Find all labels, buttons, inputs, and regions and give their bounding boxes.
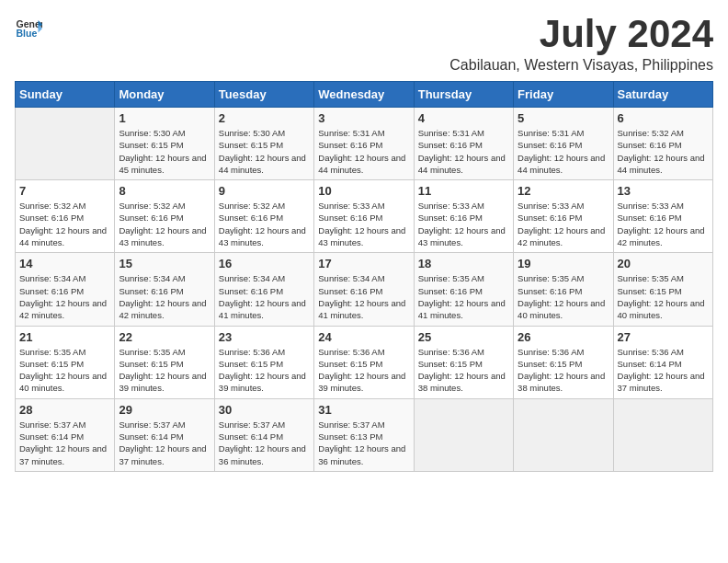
weekday-header: Saturday bbox=[613, 82, 712, 108]
calendar-cell: 18Sunrise: 5:35 AMSunset: 6:16 PMDayligh… bbox=[414, 253, 513, 326]
calendar-cell: 24Sunrise: 5:36 AMSunset: 6:15 PMDayligh… bbox=[314, 326, 414, 398]
day-info: Sunrise: 5:34 AMSunset: 6:16 PMDaylight:… bbox=[119, 272, 210, 321]
day-info: Sunrise: 5:31 AMSunset: 6:16 PMDaylight:… bbox=[418, 127, 509, 176]
calendar-cell bbox=[16, 108, 115, 180]
calendar-cell: 9Sunrise: 5:32 AMSunset: 6:16 PMDaylight… bbox=[214, 180, 313, 253]
day-info: Sunrise: 5:32 AMSunset: 6:16 PMDaylight:… bbox=[219, 200, 310, 248]
day-info: Sunrise: 5:36 AMSunset: 6:14 PMDaylight:… bbox=[618, 346, 709, 395]
day-info: Sunrise: 5:37 AMSunset: 6:14 PMDaylight:… bbox=[219, 419, 310, 467]
day-number: 21 bbox=[19, 330, 110, 344]
day-number: 7 bbox=[19, 184, 110, 198]
day-number: 30 bbox=[219, 403, 310, 417]
day-number: 16 bbox=[219, 257, 310, 270]
calendar-cell: 25Sunrise: 5:36 AMSunset: 6:15 PMDayligh… bbox=[414, 326, 513, 398]
weekday-header: Tuesday bbox=[214, 82, 313, 108]
svg-text:Blue: Blue bbox=[17, 28, 38, 39]
day-info: Sunrise: 5:35 AMSunset: 6:16 PMDaylight:… bbox=[418, 272, 509, 321]
day-number: 9 bbox=[219, 184, 310, 198]
logo-icon: General Blue bbox=[15, 15, 42, 42]
day-number: 19 bbox=[518, 257, 609, 270]
day-number: 11 bbox=[418, 184, 509, 198]
day-info: Sunrise: 5:35 AMSunset: 6:15 PMDaylight:… bbox=[19, 346, 110, 395]
day-number: 10 bbox=[318, 184, 409, 198]
calendar-cell: 17Sunrise: 5:34 AMSunset: 6:16 PMDayligh… bbox=[314, 253, 414, 326]
day-info: Sunrise: 5:36 AMSunset: 6:15 PMDaylight:… bbox=[518, 346, 609, 395]
calendar-cell: 15Sunrise: 5:34 AMSunset: 6:16 PMDayligh… bbox=[115, 253, 214, 326]
day-number: 2 bbox=[219, 111, 310, 125]
location-title: Cabilauan, Western Visayas, Philippines bbox=[449, 57, 713, 74]
calendar-week-row: 21Sunrise: 5:35 AMSunset: 6:15 PMDayligh… bbox=[16, 326, 713, 398]
day-number: 28 bbox=[19, 403, 110, 417]
day-info: Sunrise: 5:34 AMSunset: 6:16 PMDaylight:… bbox=[219, 272, 310, 321]
calendar-cell bbox=[514, 398, 613, 471]
day-info: Sunrise: 5:34 AMSunset: 6:16 PMDaylight:… bbox=[19, 272, 110, 321]
day-info: Sunrise: 5:31 AMSunset: 6:16 PMDaylight:… bbox=[318, 127, 409, 176]
calendar-cell: 10Sunrise: 5:33 AMSunset: 6:16 PMDayligh… bbox=[314, 180, 414, 253]
weekday-header: Sunday bbox=[16, 82, 115, 108]
calendar-week-row: 7Sunrise: 5:32 AMSunset: 6:16 PMDaylight… bbox=[16, 180, 713, 253]
month-title: July 2024 bbox=[449, 15, 713, 53]
calendar-cell: 11Sunrise: 5:33 AMSunset: 6:16 PMDayligh… bbox=[414, 180, 513, 253]
header: General Blue July 2024 Cabilauan, Wester… bbox=[15, 15, 713, 74]
day-info: Sunrise: 5:37 AMSunset: 6:14 PMDaylight:… bbox=[19, 419, 110, 467]
day-number: 3 bbox=[318, 111, 409, 125]
calendar-cell: 1Sunrise: 5:30 AMSunset: 6:15 PMDaylight… bbox=[115, 108, 214, 180]
calendar-cell: 27Sunrise: 5:36 AMSunset: 6:14 PMDayligh… bbox=[613, 326, 712, 398]
day-number: 1 bbox=[119, 111, 210, 125]
day-info: Sunrise: 5:30 AMSunset: 6:15 PMDaylight:… bbox=[219, 127, 310, 176]
day-info: Sunrise: 5:36 AMSunset: 6:15 PMDaylight:… bbox=[418, 346, 509, 395]
calendar-cell: 16Sunrise: 5:34 AMSunset: 6:16 PMDayligh… bbox=[214, 253, 313, 326]
day-number: 6 bbox=[618, 111, 709, 125]
day-info: Sunrise: 5:33 AMSunset: 6:16 PMDaylight:… bbox=[518, 200, 609, 248]
calendar-cell: 26Sunrise: 5:36 AMSunset: 6:15 PMDayligh… bbox=[514, 326, 613, 398]
day-number: 13 bbox=[618, 184, 709, 198]
day-number: 5 bbox=[518, 111, 609, 125]
calendar-week-row: 28Sunrise: 5:37 AMSunset: 6:14 PMDayligh… bbox=[16, 398, 713, 471]
calendar-cell: 3Sunrise: 5:31 AMSunset: 6:16 PMDaylight… bbox=[314, 108, 414, 180]
calendar-cell: 29Sunrise: 5:37 AMSunset: 6:14 PMDayligh… bbox=[115, 398, 214, 471]
calendar-cell: 21Sunrise: 5:35 AMSunset: 6:15 PMDayligh… bbox=[16, 326, 115, 398]
calendar-header: SundayMondayTuesdayWednesdayThursdayFrid… bbox=[16, 82, 713, 108]
day-info: Sunrise: 5:32 AMSunset: 6:16 PMDaylight:… bbox=[19, 200, 110, 248]
calendar-cell: 12Sunrise: 5:33 AMSunset: 6:16 PMDayligh… bbox=[514, 180, 613, 253]
day-number: 23 bbox=[219, 330, 310, 344]
calendar-cell: 13Sunrise: 5:33 AMSunset: 6:16 PMDayligh… bbox=[613, 180, 712, 253]
weekday-header: Monday bbox=[115, 82, 214, 108]
day-info: Sunrise: 5:33 AMSunset: 6:16 PMDaylight:… bbox=[418, 200, 509, 248]
calendar-cell: 2Sunrise: 5:30 AMSunset: 6:15 PMDaylight… bbox=[214, 108, 313, 180]
calendar-cell: 5Sunrise: 5:31 AMSunset: 6:16 PMDaylight… bbox=[514, 108, 613, 180]
calendar-table: SundayMondayTuesdayWednesdayThursdayFrid… bbox=[15, 81, 713, 472]
calendar-cell bbox=[414, 398, 513, 471]
calendar-cell: 20Sunrise: 5:35 AMSunset: 6:15 PMDayligh… bbox=[613, 253, 712, 326]
day-number: 26 bbox=[518, 330, 609, 344]
day-info: Sunrise: 5:35 AMSunset: 6:16 PMDaylight:… bbox=[518, 272, 609, 321]
day-number: 17 bbox=[318, 257, 409, 270]
day-info: Sunrise: 5:33 AMSunset: 6:16 PMDaylight:… bbox=[618, 200, 709, 248]
calendar-cell: 28Sunrise: 5:37 AMSunset: 6:14 PMDayligh… bbox=[16, 398, 115, 471]
day-number: 25 bbox=[418, 330, 509, 344]
calendar-cell: 14Sunrise: 5:34 AMSunset: 6:16 PMDayligh… bbox=[16, 253, 115, 326]
day-info: Sunrise: 5:36 AMSunset: 6:15 PMDaylight:… bbox=[318, 346, 409, 395]
calendar-cell: 7Sunrise: 5:32 AMSunset: 6:16 PMDaylight… bbox=[16, 180, 115, 253]
day-number: 31 bbox=[318, 403, 409, 417]
day-info: Sunrise: 5:37 AMSunset: 6:14 PMDaylight:… bbox=[119, 419, 210, 467]
day-number: 18 bbox=[418, 257, 509, 270]
calendar-cell: 31Sunrise: 5:37 AMSunset: 6:13 PMDayligh… bbox=[314, 398, 414, 471]
weekday-header: Friday bbox=[514, 82, 613, 108]
calendar-cell: 4Sunrise: 5:31 AMSunset: 6:16 PMDaylight… bbox=[414, 108, 513, 180]
day-info: Sunrise: 5:33 AMSunset: 6:16 PMDaylight:… bbox=[318, 200, 409, 248]
day-info: Sunrise: 5:35 AMSunset: 6:15 PMDaylight:… bbox=[119, 346, 210, 395]
day-info: Sunrise: 5:35 AMSunset: 6:15 PMDaylight:… bbox=[618, 272, 709, 321]
day-number: 15 bbox=[119, 257, 210, 270]
calendar-week-row: 14Sunrise: 5:34 AMSunset: 6:16 PMDayligh… bbox=[16, 253, 713, 326]
weekday-header: Thursday bbox=[414, 82, 513, 108]
calendar-cell: 19Sunrise: 5:35 AMSunset: 6:16 PMDayligh… bbox=[514, 253, 613, 326]
day-number: 27 bbox=[618, 330, 709, 344]
weekday-header: Wednesday bbox=[314, 82, 414, 108]
day-info: Sunrise: 5:32 AMSunset: 6:16 PMDaylight:… bbox=[119, 200, 210, 248]
day-number: 22 bbox=[119, 330, 210, 344]
calendar-cell: 30Sunrise: 5:37 AMSunset: 6:14 PMDayligh… bbox=[214, 398, 313, 471]
day-number: 8 bbox=[119, 184, 210, 198]
calendar-cell: 8Sunrise: 5:32 AMSunset: 6:16 PMDaylight… bbox=[115, 180, 214, 253]
calendar-cell: 22Sunrise: 5:35 AMSunset: 6:15 PMDayligh… bbox=[115, 326, 214, 398]
